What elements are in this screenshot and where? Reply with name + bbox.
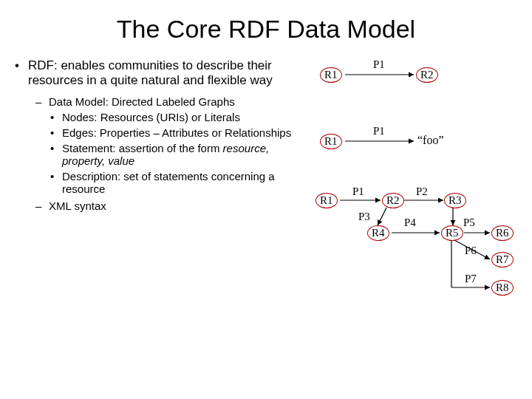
subsub-text: Description: set of statements concernin… (62, 170, 307, 195)
svg-line-4 (378, 208, 386, 225)
subsub-text: Edges: Properties – Attributes or Relati… (62, 126, 291, 139)
d2-label-p1: P1 (373, 125, 385, 137)
diagram2-arrows (307, 125, 532, 169)
d3-node-r1: R1 (316, 193, 338, 208)
bullet-dot-icon: • (50, 142, 62, 167)
dash-icon: – (35, 200, 49, 212)
stmt-prefix: Statement: assertion of the form (62, 142, 223, 154)
content-area: • RDF: enables communities to describe t… (0, 58, 532, 212)
d3-label-p3: P3 (358, 211, 370, 223)
sub-text: XML syntax (49, 200, 106, 212)
sub-item-data-model: – Data Model: Directed Labeled Graphs (35, 95, 307, 108)
sub-item-xml: – XML syntax (35, 200, 307, 212)
subsub-text: Nodes: Resources (URIs) or Literals (62, 111, 240, 123)
d3-node-r4: R4 (367, 225, 389, 241)
slide-title: The Core RDF Data Model (0, 15, 532, 44)
d3-node-r7: R7 (491, 252, 514, 267)
d3-label-p5: P5 (463, 216, 475, 229)
sub-list: – Data Model: Directed Labeled Graphs • … (35, 95, 307, 212)
subsub-list: • Nodes: Resources (URIs) or Literals • … (50, 111, 307, 195)
d3-label-p7: P7 (465, 273, 477, 285)
d1-label-p1: P1 (373, 58, 385, 71)
d1-node-r2: R2 (416, 67, 438, 83)
subsub-nodes: • Nodes: Resources (URIs) or Literals (50, 111, 307, 123)
subsub-description: • Description: set of statements concern… (50, 170, 307, 195)
d3-node-r3: R3 (444, 193, 466, 208)
diagram-column: R1 P1 R2 R1 P1 “foo” (307, 58, 532, 212)
d3-label-p1: P1 (352, 185, 364, 198)
main-bullet-text: RDF: enables communities to describe the… (28, 58, 307, 88)
d3-label-p2: P2 (416, 185, 428, 198)
bullet-dot-icon: • (50, 126, 62, 139)
d3-node-r2: R2 (382, 193, 404, 208)
bullet-dot-icon: • (15, 58, 28, 88)
d3-node-r8: R8 (491, 280, 514, 296)
subsub-text: Statement: assertion of the form resourc… (62, 142, 307, 167)
subsub-statement: • Statement: assertion of the form resou… (50, 142, 307, 167)
d2-literal-foo: “foo” (417, 134, 444, 147)
bullet-dot-icon: • (50, 170, 62, 195)
dash-icon: – (35, 95, 49, 108)
d1-node-r1: R1 (320, 67, 342, 83)
d3-node-r5: R5 (441, 225, 463, 241)
subsub-edges: • Edges: Properties – Attributes or Rela… (50, 126, 307, 139)
main-bullet: • RDF: enables communities to describe t… (15, 58, 307, 88)
d3-node-r6: R6 (491, 225, 514, 241)
text-column: • RDF: enables communities to describe t… (0, 58, 307, 212)
d2-node-r1: R1 (320, 134, 342, 149)
d3-label-p4: P4 (404, 216, 416, 229)
sub-text: Data Model: Directed Labeled Graphs (49, 95, 235, 108)
d3-label-p6: P6 (465, 245, 477, 257)
bullet-dot-icon: • (50, 111, 62, 123)
